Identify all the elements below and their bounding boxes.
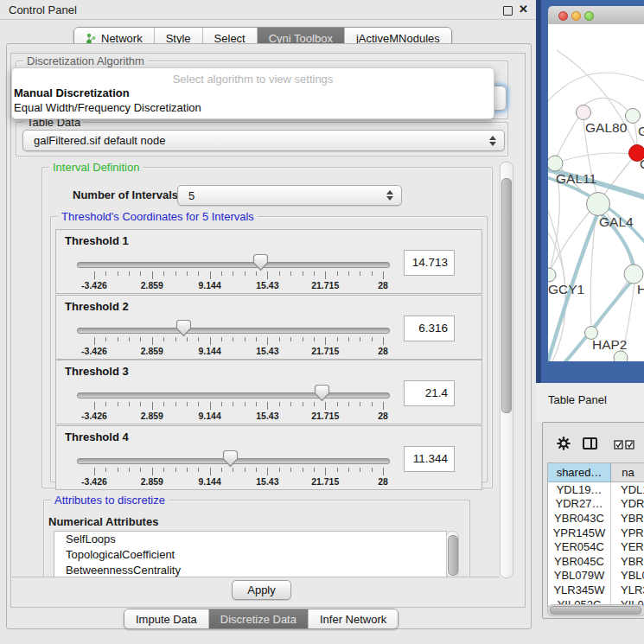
table-header-row: shared… na	[548, 463, 644, 482]
minor-tick	[175, 468, 176, 472]
network-node[interactable]	[548, 268, 556, 282]
table-horizontal-scrollbar[interactable]	[547, 604, 644, 616]
network-window-titlebar[interactable]	[548, 6, 644, 25]
table-row[interactable]: YBR043CYBR0	[548, 511, 644, 526]
table-row[interactable]: YBR045CYBR0	[548, 554, 644, 569]
major-tick	[210, 468, 211, 475]
slider-thumb[interactable]	[314, 384, 330, 402]
numerical-attributes-list[interactable]: SelfLoopsTopologicalCoefficientBetweenne…	[54, 531, 447, 578]
minor-tick	[314, 337, 315, 341]
minor-tick	[163, 402, 164, 406]
minor-tick	[303, 337, 303, 341]
thresholds-group-title: Threshold's Coordinates for 5 Intervals	[58, 210, 258, 223]
network-node[interactable]	[614, 351, 628, 361]
tick-label: 15.43	[256, 476, 278, 487]
minor-tick	[337, 468, 338, 472]
close-icon[interactable]: ✕	[519, 3, 528, 16]
cell-shared-name[interactable]: YBR045C	[548, 554, 611, 569]
minimize-traffic-light[interactable]	[571, 11, 581, 21]
major-tick	[267, 468, 268, 475]
major-tick	[267, 402, 268, 410]
cell-name[interactable]: YLR3	[611, 583, 644, 597]
tick-label: 2.859	[141, 476, 163, 487]
network-node[interactable]	[577, 105, 591, 120]
tick-label: 2.859	[141, 411, 163, 421]
cell-name[interactable]: YER0	[611, 539, 644, 554]
cell-name[interactable]: YPR1	[611, 526, 644, 540]
cell-name[interactable]: YBL0	[611, 569, 644, 583]
apply-button[interactable]: Apply	[232, 580, 291, 600]
slider-track[interactable]	[77, 392, 390, 399]
minor-tick	[105, 271, 106, 276]
cell-name[interactable]: YBR0	[611, 554, 644, 569]
cell-shared-name[interactable]: YER054C	[548, 539, 611, 554]
algorithm-option[interactable]: Equal Width/Frequency Discretization	[14, 101, 201, 114]
node-table[interactable]: shared… na YDL19…YDL1YDR27…YDR2YBR043CYB…	[547, 462, 644, 607]
threshold-label: Threshold 2	[65, 300, 129, 313]
settings-scrollbar[interactable]	[500, 162, 513, 578]
scrollbar-thumb[interactable]	[501, 178, 512, 413]
tab-infer-network[interactable]: Infer Network	[309, 609, 398, 628]
attribute-list-item[interactable]: SelfLoops	[54, 532, 446, 547]
table-row[interactable]: YPR145WYPR1	[548, 526, 644, 540]
threshold-panel: Threshold 2-3.4262.8599.14415.4321.71528…	[55, 295, 482, 360]
network-node[interactable]	[548, 156, 563, 171]
table-row[interactable]: YBL079WYBL0	[548, 569, 644, 583]
minor-tick	[221, 337, 222, 341]
slider-track[interactable]	[77, 262, 390, 268]
checkbox-checked-icon[interactable]	[625, 437, 634, 447]
attributes-list-scrollbar[interactable]	[446, 531, 459, 578]
network-canvas[interactable]: GAL80G.CGAL11GAL4GCY1HHAP2	[548, 24, 644, 361]
tab-impute-data[interactable]: Impute Data	[124, 609, 209, 628]
threshold-value-field[interactable]: 21.4	[404, 380, 455, 406]
minor-tick	[198, 337, 199, 341]
cell-name[interactable]: YBR0	[611, 511, 644, 526]
table-row[interactable]: YER054CYER0	[548, 539, 644, 554]
network-node[interactable]	[626, 109, 641, 124]
slider-track[interactable]	[77, 328, 390, 334]
cell-shared-name[interactable]: YPR145W	[548, 526, 611, 540]
cell-shared-name[interactable]: YLR345W	[548, 583, 611, 597]
scrollbar-thumb[interactable]	[550, 606, 641, 615]
minor-tick	[140, 271, 141, 276]
tick-label: 15.43	[256, 346, 278, 356]
cell-name[interactable]: YDL1	[611, 482, 644, 497]
slider-thumb[interactable]	[252, 253, 269, 271]
table-row[interactable]: YDR27…YDR2	[548, 497, 644, 512]
threshold-value-field[interactable]: 6.316	[404, 316, 455, 341]
table-row[interactable]: YDL19…YDL1	[548, 482, 644, 497]
zoom-traffic-light[interactable]	[584, 11, 594, 21]
checkbox-checked-icon[interactable]	[614, 437, 623, 447]
network-node[interactable]	[624, 265, 643, 284]
algorithm-option[interactable]: Manual Discretization	[14, 86, 130, 99]
cell-shared-name[interactable]: YBR043C	[548, 511, 611, 526]
minor-tick	[348, 271, 349, 276]
split-columns-icon[interactable]	[583, 437, 597, 450]
minor-tick	[129, 468, 130, 472]
slider-thumb[interactable]	[222, 450, 239, 468]
tab-discretize-data[interactable]: Discretize Data	[209, 609, 309, 628]
threshold-value-field[interactable]: 14.713	[404, 250, 455, 276]
network-node[interactable]	[587, 193, 610, 216]
threshold-panel: Threshold 1-3.4262.8599.14415.4321.71528…	[55, 229, 482, 294]
minor-tick	[360, 337, 360, 341]
column-header-shared-name[interactable]: shared…	[548, 463, 611, 482]
major-tick	[152, 271, 153, 279]
table-data-combobox[interactable]: galFiltered.sif default node	[22, 130, 505, 151]
scrollbar-thumb[interactable]	[448, 535, 458, 576]
column-header-name[interactable]: na	[611, 463, 644, 482]
slider-thumb[interactable]	[175, 319, 192, 337]
threshold-value-field[interactable]: 11.344	[404, 446, 455, 472]
number-of-intervals-combobox[interactable]: 5	[177, 185, 402, 206]
close-traffic-light[interactable]	[558, 11, 568, 21]
cell-shared-name[interactable]: YBL079W	[548, 569, 611, 583]
minor-tick	[256, 271, 257, 276]
attribute-list-item[interactable]: TopologicalCoefficient	[54, 547, 446, 563]
gear-icon[interactable]	[557, 437, 571, 450]
cell-shared-name[interactable]: YDL19…	[548, 482, 611, 497]
table-row[interactable]: YLR345WYLR3	[548, 583, 644, 597]
float-window-icon[interactable]	[503, 6, 513, 16]
cell-name[interactable]: YDR2	[611, 497, 644, 512]
cell-shared-name[interactable]: YDR27…	[548, 497, 611, 512]
window-frame-edge	[536, 0, 541, 383]
